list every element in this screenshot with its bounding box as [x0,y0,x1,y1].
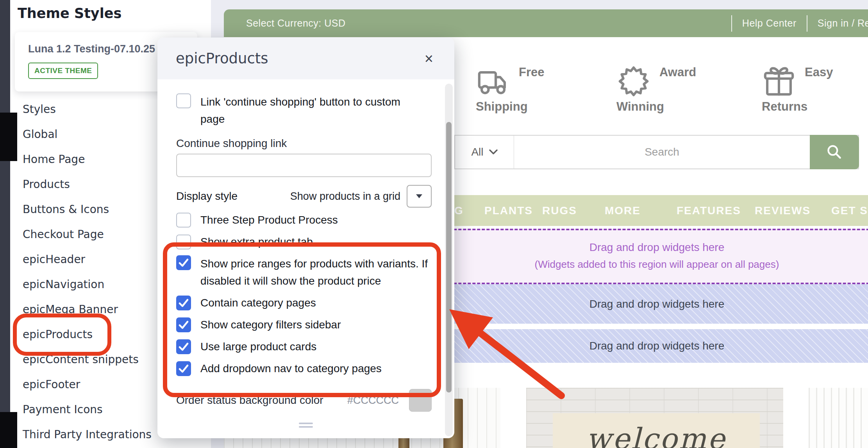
check-icon [179,258,189,267]
rail-tab [0,412,17,448]
modal-scrollbar-thumb[interactable] [446,122,452,392]
color-hex-value: #CCCCCC [347,394,399,407]
theme-name: Luna 1.2 Testing-07.10.25 [28,43,155,55]
welcome-sign: welcome [553,413,760,448]
nav-item-more[interactable]: MORE [605,195,641,226]
search-category-dropdown[interactable]: All [455,136,514,168]
storefront-searchbar: All [454,135,859,169]
option-row[interactable]: Show price ranges for products with vari… [176,255,432,290]
currency-selector[interactable]: Select Currency: USD [246,18,346,29]
nav-item-g[interactable]: G [454,195,464,226]
check-icon [179,321,189,329]
field-label: Continue shopping link [176,137,432,150]
display-style-dropdown-button[interactable] [407,185,432,208]
option-label: Use large product cards [200,338,316,355]
search-input[interactable] [514,136,810,168]
storefront-topbar: Select Currency: USD Help Center Sign in… [224,9,868,37]
help-center-link[interactable]: Help Center [742,18,797,29]
feature-easy-returns: Easy Returns [762,64,844,115]
option-row[interactable]: Show extra product tab [176,233,432,251]
option-label: Three Step Product Process [200,211,338,229]
search-category-value: All [471,146,483,158]
striped-panel-image [809,388,868,448]
modal-title: epicProducts [176,50,268,67]
modal-body: Link 'continue shopping' button to custo… [157,79,454,412]
checkbox-checked[interactable] [176,255,191,270]
chevron-down-icon [489,149,498,155]
search-icon [824,142,845,162]
divider [807,15,807,32]
continue-link-input[interactable] [176,154,432,177]
option-label: Contain category pages [200,294,316,312]
option-label: Show extra product tab [200,233,313,251]
divider [731,15,732,32]
caret-down-icon [415,194,423,199]
checkbox-unchecked[interactable] [176,213,191,228]
sign-in-link[interactable]: Sign in / Re [818,18,868,29]
option-row[interactable]: Add dropdown nav to category pages [176,360,432,377]
epicproducts-modal: epicProducts × Link 'continue shopping' … [157,38,454,438]
nav-item-get-su[interactable]: GET SU [831,195,868,226]
resize-handle[interactable] [299,421,313,430]
option-row[interactable]: Show category filters sidebar [176,316,432,333]
nav-item-rugs[interactable]: RUGS [542,195,577,226]
nav-item-features[interactable]: FEATURES [677,195,741,226]
rail-tab [0,113,17,161]
checkbox-unchecked[interactable] [176,235,191,249]
page-title: Theme Styles [18,5,121,21]
feature-free-shipping: Free Shipping [476,64,558,115]
check-icon [179,364,189,373]
welcome-banner-image: welcome [526,388,783,448]
check-icon [179,299,189,307]
check-icon [179,342,189,351]
option-label: Link 'continue shopping' button to custo… [200,93,427,128]
app-stage: Select Currency: USD Help Center Sign in… [0,0,868,448]
order-status-row: Order status background color #CCCCCC [176,389,432,412]
field-label: Order status background color [176,394,323,407]
checkbox-checked[interactable] [176,317,191,332]
nav-item-reviews[interactable]: REVIEWS [755,195,811,226]
option-label: Add dropdown nav to category pages [200,360,382,377]
close-icon[interactable]: × [425,51,433,66]
option-row[interactable]: Three Step Product Process [176,211,432,229]
modal-header[interactable]: epicProducts × [157,38,454,79]
display-style-row: Display style Show products in a grid [176,185,432,208]
checkbox-checked[interactable] [176,296,191,310]
option-row[interactable]: Contain category pages [176,294,432,312]
display-style-value: Show products in a grid [290,190,400,202]
option-row[interactable]: Use large product cards [176,338,432,355]
search-button[interactable] [810,135,859,169]
collapse-rail [0,0,10,448]
field-label: Display style [176,190,238,202]
checkbox-unchecked[interactable] [176,93,191,108]
feature-award-winning: Award Winning [616,64,698,115]
option-label: Show price ranges for products with vari… [200,255,432,290]
color-swatch[interactable] [409,389,432,412]
checkbox-checked[interactable] [176,361,191,376]
checkbox-checked[interactable] [176,339,191,354]
active-theme-badge: ACTIVE THEME [28,63,98,79]
option-row[interactable]: Link 'continue shopping' button to custo… [176,93,432,128]
nav-item-plants[interactable]: PLANTS [484,195,533,226]
topbar-links: Help Center Sign in / Re [721,15,868,32]
option-label: Show category filters sidebar [200,316,341,333]
welcome-text: welcome [553,424,760,448]
